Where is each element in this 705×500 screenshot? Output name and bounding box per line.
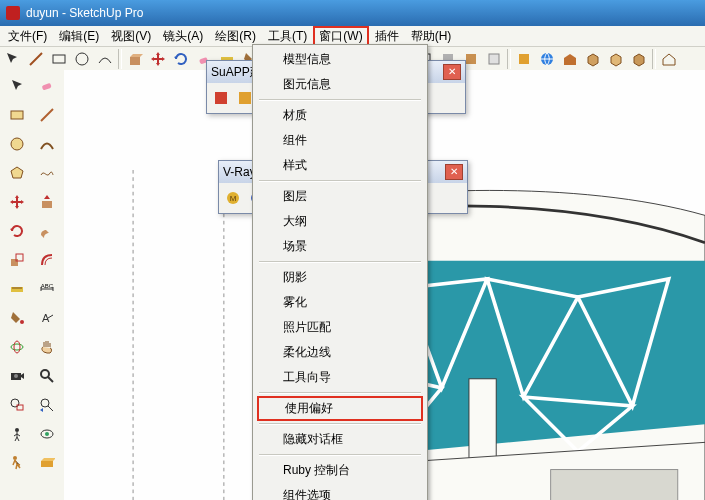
home-icon[interactable] bbox=[658, 48, 680, 70]
section-icon[interactable] bbox=[513, 48, 535, 70]
menu-edit[interactable]: 编辑(E) bbox=[53, 26, 105, 47]
move-icon[interactable] bbox=[147, 48, 169, 70]
side-toolbar: ABC A bbox=[0, 70, 67, 72]
globe-icon[interactable] bbox=[536, 48, 558, 70]
menu-file[interactable]: 文件(F) bbox=[2, 26, 53, 47]
svg-rect-0 bbox=[53, 55, 65, 63]
monochrome-icon[interactable] bbox=[483, 48, 505, 70]
circle-icon[interactable] bbox=[71, 48, 93, 70]
menu-model-info[interactable]: 模型信息 bbox=[255, 47, 425, 72]
close-icon[interactable]: ✕ bbox=[443, 64, 461, 72]
menu-camera[interactable]: 镜头(A) bbox=[157, 26, 209, 47]
box-icon[interactable] bbox=[582, 48, 604, 70]
title-bar: duyun - SketchUp Pro bbox=[0, 0, 705, 26]
box2-icon[interactable] bbox=[605, 48, 627, 70]
arc-icon[interactable] bbox=[94, 48, 116, 70]
svg-rect-15 bbox=[489, 54, 499, 64]
rect-icon[interactable] bbox=[48, 48, 70, 70]
rotate-icon[interactable] bbox=[170, 48, 192, 70]
select-icon[interactable] bbox=[2, 48, 24, 70]
warehouse-icon[interactable] bbox=[559, 48, 581, 70]
window-title: duyun - SketchUp Pro bbox=[26, 6, 143, 20]
separator bbox=[652, 49, 656, 69]
box3-icon[interactable] bbox=[628, 48, 650, 70]
svg-rect-14 bbox=[466, 54, 476, 64]
app-icon bbox=[6, 6, 20, 20]
separator bbox=[507, 49, 511, 69]
svg-rect-16 bbox=[519, 54, 529, 64]
menu-view[interactable]: 视图(V) bbox=[105, 26, 157, 47]
svg-point-1 bbox=[76, 53, 88, 65]
pushpull-icon[interactable] bbox=[124, 48, 146, 70]
svg-rect-2 bbox=[130, 57, 140, 65]
separator bbox=[118, 49, 122, 69]
window-menu-dropdown: 模型信息 图元信息 材质 组件 样式 图层 大纲 场景 阴影 雾化 照片匹配 柔… bbox=[252, 44, 428, 72]
line-icon[interactable] bbox=[25, 48, 47, 70]
